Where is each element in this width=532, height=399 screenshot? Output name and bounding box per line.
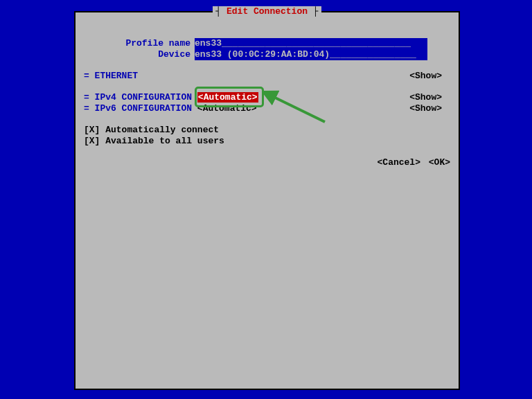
ipv6-section: = IPv6 CONFIGURATION <Automatic> <Show> — [84, 103, 450, 114]
ethernet-show-button[interactable]: <Show> — [409, 71, 442, 82]
edit-connection-dialog: ┤ Edit Connection ├ Profile nameens33___… — [74, 11, 460, 390]
all-users-checkbox[interactable]: [X] Available to all users — [84, 136, 224, 146]
dialog-title-bar: ┤ Edit Connection ├ — [76, 6, 459, 17]
ethernet-label: = ETHERNET — [84, 71, 138, 81]
ipv4-mode-selector[interactable]: <Automatic> — [197, 92, 258, 103]
auto-connect-checkbox[interactable]: [X] Automatically connect — [84, 125, 219, 135]
ipv6-label: = IPv6 CONFIGURATION — [84, 103, 192, 114]
dialog-title: Edit Connection — [227, 6, 308, 17]
device-label: Device — [84, 49, 195, 60]
cancel-button[interactable]: <Cancel> — [378, 157, 420, 168]
ok-button[interactable]: <OK> — [429, 157, 450, 168]
device-row: Deviceens33 (00:0C:29:AA:BD:04)_________… — [84, 49, 450, 60]
profile-name-row: Profile nameens33_______________________… — [84, 38, 450, 49]
ipv6-show-button[interactable]: <Show> — [409, 103, 442, 114]
ipv6-mode-selector[interactable]: <Automatic> — [197, 103, 257, 114]
profile-name-label: Profile name — [84, 38, 195, 49]
ipv4-label: = IPv4 CONFIGURATION — [84, 92, 192, 103]
profile-name-input[interactable]: ens33___________________________________ — [195, 38, 427, 49]
ipv4-show-button[interactable]: <Show> — [409, 92, 442, 103]
ipv4-section: = IPv4 CONFIGURATION <Automatic> <Show> — [84, 92, 450, 103]
device-input[interactable]: ens33 (00:0C:29:AA:BD:04)_______________… — [195, 49, 427, 60]
ethernet-section: = ETHERNET <Show> — [84, 71, 450, 82]
